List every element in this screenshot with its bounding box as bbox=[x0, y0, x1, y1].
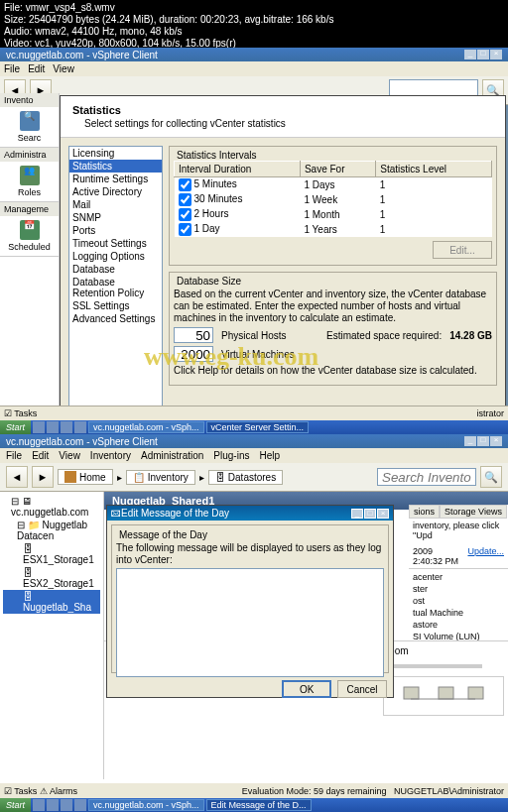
list-item[interactable]: ster bbox=[413, 583, 504, 595]
col-save[interactable]: Save For bbox=[300, 162, 375, 177]
taskbar-item[interactable]: vc.nuggetlab.com - vSph... bbox=[88, 421, 204, 433]
search-button[interactable]: 🔍 bbox=[480, 466, 502, 488]
tree-node[interactable]: 🗄 ESX1_Storage1 bbox=[3, 542, 100, 566]
quicklaunch-icon[interactable] bbox=[47, 799, 59, 811]
category-snmp[interactable]: SNMP bbox=[69, 211, 162, 224]
status-bar: ☑ Tasks istrator bbox=[0, 406, 508, 420]
menu-help[interactable]: Help bbox=[260, 450, 281, 461]
menu-view[interactable]: View bbox=[59, 450, 80, 461]
edit-button[interactable]: Edit... bbox=[433, 241, 492, 259]
dialog-title: Statistics bbox=[72, 104, 493, 116]
tab-storage-views[interactable]: Storage Views bbox=[440, 505, 507, 519]
category-ssl[interactable]: SSL Settings bbox=[69, 299, 162, 312]
category-ports[interactable]: Ports bbox=[69, 224, 162, 237]
category-runtime[interactable]: Runtime Settings bbox=[69, 173, 162, 185]
titlebar[interactable]: vc.nuggetlab.com - vSphere Client _ □ × bbox=[0, 434, 508, 448]
list-item[interactable]: astore bbox=[413, 619, 504, 631]
menu-plugins[interactable]: Plug-ins bbox=[213, 450, 249, 461]
zoom-slider[interactable] bbox=[383, 664, 482, 668]
tree-node[interactable]: ⊟ 🖥 vc.nuggetlab.com bbox=[3, 495, 100, 519]
quicklaunch-icon[interactable] bbox=[74, 799, 86, 811]
close-button[interactable]: × bbox=[490, 50, 502, 59]
svg-rect-2 bbox=[468, 687, 483, 699]
taskbar-item[interactable]: Edit Message of the D... bbox=[206, 799, 312, 811]
maximize-button[interactable]: □ bbox=[477, 50, 489, 59]
category-timeout[interactable]: Timeout Settings bbox=[69, 237, 162, 250]
menu-inventory[interactable]: Inventory bbox=[90, 450, 131, 461]
table-row[interactable]: 30 Minutes1 Week1 bbox=[175, 192, 492, 207]
category-active-directory[interactable]: Active Directory bbox=[69, 185, 162, 198]
scheduled-nav-item[interactable]: 📅 Scheduled bbox=[0, 216, 59, 256]
list-item[interactable]: ost bbox=[413, 595, 504, 607]
start-button[interactable]: Start bbox=[0, 420, 31, 434]
col-interval[interactable]: Interval Duration bbox=[175, 162, 301, 177]
minimize-button[interactable]: _ bbox=[351, 509, 363, 519]
search-nav-item[interactable]: 🔍 Searc bbox=[0, 107, 59, 147]
table-row[interactable]: 2 Hours1 Month1 bbox=[175, 207, 492, 222]
category-retention[interactable]: Database Retention Policy bbox=[69, 276, 162, 299]
settings-category-list[interactable]: Licensing Statistics Runtime Settings Ac… bbox=[68, 146, 163, 427]
quicklaunch-icon[interactable] bbox=[33, 421, 45, 433]
titlebar[interactable]: vc.nuggetlab.com - vSphere Client _ □ × bbox=[0, 48, 508, 61]
category-licensing[interactable]: Licensing bbox=[69, 147, 162, 160]
menu-edit[interactable]: Edit bbox=[28, 63, 45, 74]
interval-checkbox[interactable] bbox=[179, 178, 191, 191]
breadcrumb-inventory[interactable]: 📋 Inventory bbox=[126, 470, 195, 485]
ok-button[interactable]: OK bbox=[282, 680, 331, 698]
inventory-header[interactable]: Invento bbox=[0, 93, 59, 107]
minimize-button[interactable]: _ bbox=[464, 50, 476, 59]
admin-header[interactable]: Administra bbox=[0, 148, 59, 162]
category-database[interactable]: Database bbox=[69, 263, 162, 276]
cancel-button[interactable]: Cancel bbox=[337, 680, 387, 698]
interval-checkbox[interactable] bbox=[179, 193, 191, 206]
inventory-tree[interactable]: ⊟ 🖥 vc.nuggetlab.com ⊟ 📁 Nuggetlab Datac… bbox=[0, 492, 104, 779]
quicklaunch-icon[interactable] bbox=[61, 799, 72, 811]
interval-checkbox[interactable] bbox=[179, 223, 191, 236]
close-button[interactable]: × bbox=[490, 436, 502, 446]
category-statistics[interactable]: Statistics bbox=[69, 160, 162, 173]
menu-administration[interactable]: Administration bbox=[141, 450, 203, 461]
maximize-button[interactable]: □ bbox=[477, 436, 489, 446]
taskbar-item[interactable]: vCenter Server Settin... bbox=[206, 421, 310, 433]
roles-nav-item[interactable]: 👥 Roles bbox=[0, 162, 59, 201]
vms-input[interactable] bbox=[174, 346, 213, 362]
menu-file[interactable]: File bbox=[6, 450, 22, 461]
table-row[interactable]: 1 Day1 Years1 bbox=[175, 222, 492, 237]
table-row[interactable]: 5 Minutes1 Days1 bbox=[175, 177, 492, 193]
breadcrumb-home[interactable]: Home bbox=[58, 469, 113, 485]
tree-node[interactable]: 🗄 ESX2_Storage1 bbox=[3, 566, 100, 590]
tab-sessions[interactable]: sions bbox=[409, 505, 440, 519]
overview-map[interactable] bbox=[383, 676, 504, 716]
quicklaunch-icon[interactable] bbox=[33, 799, 45, 811]
motd-textarea[interactable] bbox=[116, 568, 384, 677]
tree-node[interactable]: 🗄 Nuggetlab_Sha bbox=[3, 590, 100, 614]
quicklaunch-icon[interactable] bbox=[47, 421, 59, 433]
db-description: Based on the current vCenter and invento… bbox=[174, 289, 492, 324]
maximize-button[interactable]: □ bbox=[364, 509, 376, 519]
quicklaunch-icon[interactable] bbox=[74, 421, 86, 433]
start-button[interactable]: Start bbox=[0, 798, 31, 812]
back-button[interactable]: ◄ bbox=[6, 466, 28, 488]
quicklaunch-icon[interactable] bbox=[61, 421, 72, 433]
category-logging[interactable]: Logging Options bbox=[69, 250, 162, 263]
taskbar-item[interactable]: vc.nuggetlab.com - vSph... bbox=[88, 799, 204, 811]
management-header[interactable]: Manageme bbox=[0, 202, 59, 216]
forward-button[interactable]: ► bbox=[32, 466, 54, 488]
close-button[interactable]: × bbox=[377, 509, 389, 519]
category-advanced[interactable]: Advanced Settings bbox=[69, 312, 162, 325]
category-mail[interactable]: Mail bbox=[69, 198, 162, 211]
search-inventory-input[interactable] bbox=[377, 468, 476, 486]
list-item[interactable]: acenter bbox=[413, 571, 504, 583]
update-link[interactable]: Update... bbox=[467, 546, 504, 566]
breadcrumb-datastores[interactable]: 🗄 Datastores bbox=[208, 470, 283, 485]
tree-node[interactable]: ⊟ 📁 Nuggetlab Datacen bbox=[3, 519, 100, 542]
menu-edit[interactable]: Edit bbox=[32, 450, 49, 461]
list-item[interactable]: tual Machine bbox=[413, 607, 504, 619]
minimize-button[interactable]: _ bbox=[464, 436, 476, 446]
menu-file[interactable]: File bbox=[4, 63, 20, 74]
menu-view[interactable]: View bbox=[53, 63, 74, 74]
col-level[interactable]: Statistics Level bbox=[376, 162, 492, 177]
motd-titlebar[interactable]: 🖂 Edit Message of the Day _ □ × bbox=[107, 506, 393, 521]
interval-checkbox[interactable] bbox=[179, 208, 191, 221]
physical-hosts-input[interactable] bbox=[174, 327, 213, 343]
